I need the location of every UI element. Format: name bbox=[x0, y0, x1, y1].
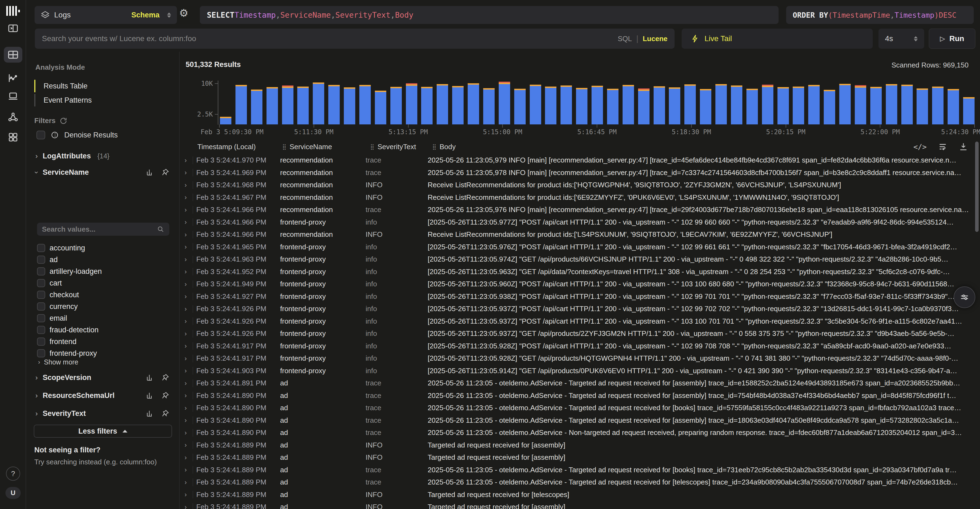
filter-group[interactable]: › ScopeVersion bbox=[35, 371, 179, 384]
histogram-bar[interactable] bbox=[855, 85, 866, 124]
download-icon[interactable] bbox=[959, 142, 968, 151]
histogram-bar[interactable] bbox=[421, 87, 433, 124]
interval-stepper[interactable]: 4s bbox=[878, 29, 924, 49]
histogram-bar[interactable] bbox=[282, 86, 293, 124]
histogram-bar[interactable] bbox=[514, 89, 526, 124]
denoise-results-toggle[interactable]: Denoise Results bbox=[37, 130, 118, 139]
histogram-bar[interactable] bbox=[267, 87, 278, 124]
histogram-bar[interactable] bbox=[870, 87, 882, 124]
live-tail-button[interactable]: Live Tail bbox=[682, 29, 873, 49]
orderby-clause-editor[interactable]: ORDER BY (TimestampTime, Timestamp) DESC bbox=[786, 6, 974, 24]
service-filter-item[interactable]: frontend-proxy bbox=[37, 348, 97, 359]
table-row[interactable]: › Feb 3 5:24:41.891 PM ad trace 2025-05-… bbox=[180, 377, 974, 390]
histogram-bar[interactable] bbox=[360, 85, 371, 124]
pin-icon[interactable] bbox=[161, 168, 169, 177]
expand-row-chevron[interactable]: › bbox=[180, 317, 193, 325]
service-checkbox[interactable] bbox=[37, 337, 45, 346]
table-row[interactable]: › Feb 3 5:24:41.889 PM ad INFO Targeted … bbox=[180, 451, 974, 464]
histogram-bar[interactable] bbox=[297, 87, 309, 124]
tab-event-patterns[interactable]: Event Patterns bbox=[34, 93, 92, 107]
histogram-bar[interactable] bbox=[932, 87, 943, 124]
filter-group-servicename[interactable]: › ServiceName bbox=[35, 165, 179, 179]
histogram-bar[interactable] bbox=[746, 89, 758, 124]
column-header-timestamp[interactable]: Timestamp (Local) bbox=[197, 143, 282, 151]
expand-row-chevron[interactable]: › bbox=[180, 305, 193, 313]
vertical-scrollbar[interactable] bbox=[975, 142, 978, 232]
sidebar-item-service-map[interactable] bbox=[0, 110, 26, 124]
column-header-servicename[interactable]: ⣿ServiceName bbox=[282, 143, 370, 151]
expand-row-chevron[interactable]: › bbox=[180, 218, 193, 226]
filter-group[interactable]: › SeverityText bbox=[35, 407, 179, 420]
histogram-bar[interactable] bbox=[808, 85, 820, 124]
tab-results-table[interactable]: Results Table bbox=[34, 79, 88, 93]
histogram-bar[interactable] bbox=[406, 83, 417, 124]
table-row[interactable]: › Feb 3 5:24:41.965 PM frontend-proxy in… bbox=[180, 241, 974, 253]
table-row[interactable]: › Feb 3 5:24:41.967 PM recommendation IN… bbox=[180, 191, 974, 204]
histogram-bar[interactable] bbox=[684, 84, 696, 124]
expand-row-chevron[interactable]: › bbox=[180, 280, 193, 288]
expand-row-chevron[interactable]: › bbox=[180, 342, 193, 350]
histogram-bar[interactable] bbox=[700, 89, 711, 124]
histogram-bar[interactable] bbox=[499, 82, 510, 124]
refresh-icon[interactable] bbox=[59, 117, 67, 125]
table-row[interactable]: › Feb 3 5:24:41.968 PM recommendation IN… bbox=[180, 179, 974, 191]
bar-chart-icon[interactable] bbox=[146, 168, 154, 177]
histogram-bar[interactable] bbox=[731, 86, 742, 124]
service-checkbox[interactable] bbox=[37, 256, 45, 264]
service-filter-item[interactable]: accounting bbox=[37, 242, 85, 254]
service-filter-item[interactable]: email bbox=[37, 312, 67, 324]
sidebar-item-dashboards[interactable] bbox=[0, 90, 26, 103]
bar-chart-icon[interactable] bbox=[146, 409, 154, 418]
expand-row-chevron[interactable]: › bbox=[180, 417, 193, 424]
histogram[interactable] bbox=[220, 78, 975, 124]
table-row[interactable]: › Feb 3 5:24:41.966 PM frontend-proxy in… bbox=[180, 216, 974, 229]
service-checkbox[interactable] bbox=[37, 244, 45, 252]
expand-row-chevron[interactable]: › bbox=[180, 355, 193, 362]
service-filter-item[interactable]: artillery-loadgen bbox=[37, 266, 102, 277]
value-search-input[interactable] bbox=[42, 225, 157, 234]
table-row[interactable]: › Feb 3 5:24:41.926 PM frontend-proxy in… bbox=[180, 315, 974, 328]
table-row[interactable]: › Feb 3 5:24:41.970 PM recommendation tr… bbox=[180, 154, 974, 167]
histogram-bar[interactable] bbox=[560, 86, 572, 124]
table-row[interactable]: › Feb 3 5:24:41.927 PM frontend-proxy in… bbox=[180, 290, 974, 303]
wrap-text-icon[interactable] bbox=[938, 142, 947, 151]
service-filter-item[interactable]: checkout bbox=[37, 289, 79, 301]
table-row[interactable]: › Feb 3 5:24:41.890 PM ad trace 2025-05-… bbox=[180, 414, 974, 427]
service-filter-item[interactable]: cart bbox=[37, 277, 62, 289]
drag-handle-icon[interactable]: ⣿ bbox=[282, 143, 286, 150]
drag-handle-icon[interactable]: ⣿ bbox=[370, 143, 374, 150]
histogram-bar[interactable] bbox=[235, 85, 247, 124]
expand-row-chevron[interactable]: › bbox=[180, 392, 193, 399]
histogram-bar[interactable] bbox=[778, 87, 789, 124]
search-input[interactable] bbox=[42, 34, 618, 43]
pin-icon[interactable] bbox=[161, 409, 169, 418]
histogram-bar[interactable] bbox=[638, 89, 649, 124]
histogram-bar[interactable] bbox=[545, 87, 557, 124]
sidebar-item-chart-explorer[interactable] bbox=[0, 72, 26, 85]
column-header-body[interactable]: ⣿Body bbox=[432, 143, 926, 151]
histogram-bar[interactable] bbox=[715, 84, 727, 124]
histogram-bar[interactable] bbox=[948, 89, 959, 124]
table-row[interactable]: › Feb 3 5:24:41.917 PM frontend-proxy in… bbox=[180, 340, 974, 353]
expand-row-chevron[interactable]: › bbox=[180, 367, 193, 375]
bar-chart-icon[interactable] bbox=[146, 374, 154, 382]
histogram-bar[interactable] bbox=[220, 117, 231, 124]
service-checkbox[interactable] bbox=[37, 267, 45, 275]
service-checkbox[interactable] bbox=[37, 314, 45, 322]
denoise-checkbox[interactable] bbox=[37, 130, 45, 139]
expand-row-chevron[interactable]: › bbox=[180, 231, 193, 239]
table-row[interactable]: › Feb 3 5:24:41.889 PM ad trace 2025-05-… bbox=[180, 464, 974, 476]
histogram-bar[interactable] bbox=[468, 83, 479, 124]
histogram-bar[interactable] bbox=[344, 87, 355, 124]
expand-row-chevron[interactable]: › bbox=[180, 243, 193, 251]
help-button[interactable]: ? bbox=[0, 466, 26, 481]
expand-row-chevron[interactable]: › bbox=[180, 429, 193, 437]
run-button[interactable]: ▷ Run bbox=[929, 29, 975, 49]
histogram-bar[interactable] bbox=[886, 84, 897, 124]
table-row[interactable]: › Feb 3 5:24:41.890 PM ad trace 2025-05-… bbox=[180, 402, 974, 414]
table-row[interactable]: › Feb 3 5:24:41.966 PM recommendation tr… bbox=[180, 204, 974, 216]
table-row[interactable]: › Feb 3 5:24:41.890 PM ad trace 2025-05-… bbox=[180, 426, 974, 439]
column-settings-floating-button[interactable] bbox=[954, 286, 975, 308]
expand-row-chevron[interactable]: › bbox=[180, 330, 193, 337]
source-selector[interactable]: Logs Schema bbox=[35, 6, 177, 24]
